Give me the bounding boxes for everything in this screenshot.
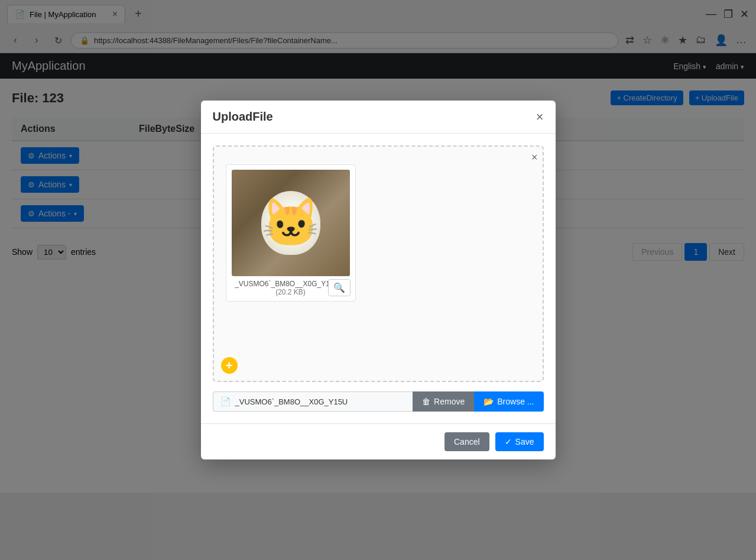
remove-btn[interactable]: 🗑 Remove bbox=[413, 391, 474, 412]
modal-title: UploadFile bbox=[213, 110, 273, 124]
file-preview-image bbox=[232, 170, 350, 276]
upload-area-close-btn[interactable]: × bbox=[531, 151, 538, 164]
add-file-btn[interactable]: + bbox=[221, 357, 238, 374]
folder-icon: 📂 bbox=[484, 397, 494, 406]
zoom-icon: 🔍 bbox=[333, 283, 345, 293]
modal-close-btn[interactable]: × bbox=[536, 111, 544, 124]
save-btn[interactable]: ✓ Save bbox=[495, 432, 544, 451]
file-name-display: 📄 _VUSMO6`_BM8O__X0G_Y15U bbox=[213, 391, 413, 412]
modal-body: × _VUSMO6`_BM8O__X0G_Y15Uj... (20.2 KB) … bbox=[201, 134, 556, 423]
browse-btn[interactable]: 📂 Browse ... bbox=[474, 391, 543, 412]
file-doc-icon: 📄 bbox=[220, 397, 231, 406]
file-input-row: 📄 _VUSMO6`_BM8O__X0G_Y15U 🗑 Remove 📂 Bro… bbox=[213, 391, 544, 412]
upload-area[interactable]: × _VUSMO6`_BM8O__X0G_Y15Uj... (20.2 KB) … bbox=[213, 145, 544, 382]
modal-overlay: UploadFile × × _VUSMO6`_BM8O__X0G_Y15Uj.… bbox=[0, 0, 756, 560]
modal-header: UploadFile × bbox=[201, 101, 556, 134]
plus-icon: + bbox=[226, 359, 233, 373]
selected-file-name: _VUSMO6`_BM8O__X0G_Y15U bbox=[235, 397, 348, 406]
trash-icon: 🗑 bbox=[422, 397, 430, 406]
upload-modal: UploadFile × × _VUSMO6`_BM8O__X0G_Y15Uj.… bbox=[201, 101, 556, 459]
check-icon: ✓ bbox=[505, 437, 512, 446]
cancel-btn[interactable]: Cancel bbox=[444, 432, 489, 451]
file-preview-card: _VUSMO6`_BM8O__X0G_Y15Uj... (20.2 KB) 🔍 bbox=[226, 164, 356, 302]
file-preview-size: (20.2 KB) bbox=[275, 288, 306, 296]
file-preview-container: _VUSMO6`_BM8O__X0G_Y15Uj... (20.2 KB) 🔍 bbox=[226, 164, 531, 302]
zoom-btn[interactable]: 🔍 bbox=[328, 279, 351, 296]
modal-footer: Cancel ✓ Save bbox=[201, 423, 556, 459]
